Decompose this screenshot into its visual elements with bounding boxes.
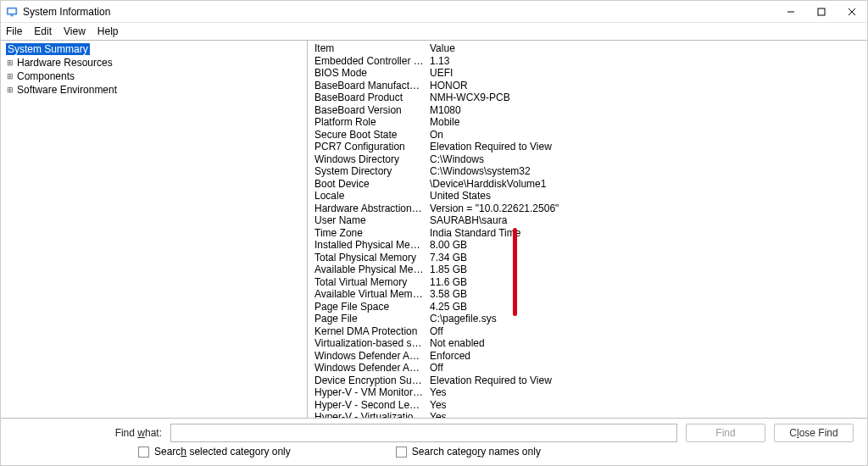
data-row[interactable]: Device Encryption SupportElevation Requi… [314, 374, 857, 387]
data-row[interactable]: Embedded Controller Version1.13 [314, 55, 857, 68]
find-input[interactable] [170, 424, 677, 442]
tree-label: Software Environment [17, 84, 117, 96]
menu-help[interactable]: Help [97, 25, 119, 37]
data-value: NMH-WCX9-PCB [430, 92, 857, 104]
menu-view[interactable]: View [64, 25, 86, 37]
expander-icon[interactable]: ⊞ [6, 59, 14, 67]
data-item: Time Zone [314, 227, 430, 240]
tree-item-components[interactable]: ⊞ Components [1, 69, 307, 83]
data-row[interactable]: Windows Defender Application ...Enforced [314, 350, 857, 363]
data-row[interactable]: BaseBoard VersionM1080 [314, 104, 857, 117]
data-row[interactable]: Hardware Abstraction LayerVersion = "10.… [314, 202, 857, 215]
data-row[interactable]: Boot Device\Device\HarddiskVolume1 [314, 178, 857, 191]
data-value: 8.00 GB [430, 239, 857, 252]
data-item: PCR7 Configuration [314, 141, 430, 153]
data-row[interactable]: User NameSAURABH\saura [314, 214, 857, 227]
data-row[interactable]: BIOS ModeUEFI [314, 67, 857, 80]
tree-label: Hardware Resources [17, 57, 113, 69]
annotation-highlight [513, 228, 517, 316]
data-item: Secure Boot State [314, 129, 430, 141]
data-item: Available Virtual Memory [314, 288, 430, 301]
tree-item-hardware-resources[interactable]: ⊞ Hardware Resources [1, 56, 307, 69]
search-selected-category-checkbox[interactable]: Search selected category only [138, 446, 291, 458]
data-item: BaseBoard Manufacturer [314, 80, 430, 92]
data-value: Yes [430, 386, 857, 399]
data-item: Locale [314, 190, 430, 202]
tree-item-system-summary[interactable]: System Summary [1, 42, 307, 56]
column-item[interactable]: Item [314, 42, 430, 55]
data-row[interactable]: LocaleUnited States [314, 190, 857, 202]
data-value: Off [430, 325, 857, 338]
data-item: Page File Space [314, 301, 430, 313]
data-row[interactable]: Platform RoleMobile [314, 116, 857, 129]
data-row[interactable]: Page FileC:\pagefile.sys [314, 313, 857, 325]
data-value: Off [430, 362, 857, 374]
maximize-button[interactable] [806, 1, 837, 22]
data-row[interactable]: BaseBoard ProductNMH-WCX9-PCB [314, 92, 857, 104]
svg-rect-2 [10, 14, 14, 16]
data-item: Total Physical Memory [314, 252, 430, 264]
close-button[interactable] [837, 1, 867, 22]
data-item: Embedded Controller Version [314, 55, 430, 68]
data-row[interactable]: Installed Physical Memory (RAM)8.00 GB [314, 239, 857, 252]
data-row[interactable]: Page File Space4.25 GB [314, 301, 857, 313]
data-row[interactable]: Time ZoneIndia Standard Time [314, 227, 857, 240]
data-row[interactable]: Hyper-V - VM Monitor Mode Ex...Yes [314, 386, 857, 399]
data-row[interactable]: Windows DirectoryC:\Windows [314, 153, 857, 166]
data-value: Not enabled [430, 337, 857, 350]
data-row[interactable]: Virtualization-based securityNot enabled [314, 337, 857, 350]
data-value: 1.85 GB [430, 264, 857, 276]
data-value: C:\pagefile.sys [430, 313, 857, 325]
data-item: System Directory [314, 165, 430, 178]
data-row[interactable]: Available Physical Memory1.85 GB [314, 264, 857, 276]
data-value: UEFI [430, 67, 857, 80]
svg-rect-4 [818, 8, 825, 15]
checkbox-icon[interactable] [138, 447, 149, 458]
window-title: System Information [23, 6, 776, 18]
data-row[interactable]: Total Physical Memory7.34 GB [314, 252, 857, 264]
data-row[interactable]: PCR7 ConfigurationElevation Required to … [314, 141, 857, 153]
tree-item-software-environment[interactable]: ⊞ Software Environment [1, 83, 307, 97]
expander-icon[interactable]: ⊞ [6, 86, 14, 94]
data-value: 7.34 GB [430, 252, 857, 264]
data-item: Page File [314, 313, 430, 325]
data-row[interactable]: Total Virtual Memory11.6 GB [314, 276, 857, 289]
column-value[interactable]: Value [430, 42, 857, 55]
data-row[interactable]: BaseBoard ManufacturerHONOR [314, 80, 857, 92]
menu-file[interactable]: File [6, 25, 22, 37]
data-row[interactable]: Windows Defender Application ...Off [314, 362, 857, 374]
data-value: 1.13 [430, 55, 857, 68]
data-item: Windows Defender Application ... [314, 362, 430, 374]
data-row[interactable]: Kernel DMA ProtectionOff [314, 325, 857, 338]
data-item: Device Encryption Support [314, 374, 430, 387]
data-item: Kernel DMA Protection [314, 325, 430, 338]
minimize-button[interactable] [776, 1, 806, 22]
details-pane[interactable]: Item Value Embedded Controller Version1.… [308, 41, 867, 418]
tree-label: System Summary [6, 43, 90, 55]
data-value: Enforced [430, 350, 857, 363]
find-button[interactable]: Find [686, 424, 765, 442]
data-value: United States [430, 190, 857, 202]
data-row[interactable]: Secure Boot StateOn [314, 129, 857, 141]
close-find-button[interactable]: Close Find [774, 424, 854, 442]
data-item: BIOS Mode [314, 67, 430, 80]
data-value: Yes [430, 399, 857, 412]
search-category-names-checkbox[interactable]: Search category names only [396, 446, 541, 458]
expander-icon[interactable]: ⊞ [6, 73, 14, 80]
data-row[interactable]: Hyper-V - Virtualization Enabled...Yes [314, 411, 857, 418]
data-item: BaseBoard Product [314, 92, 430, 104]
menu-edit[interactable]: Edit [34, 25, 52, 37]
column-headers[interactable]: Item Value [314, 42, 857, 55]
system-information-window: System Information File Edit View Help S… [0, 0, 868, 466]
data-value: SAURABH\saura [430, 214, 857, 227]
data-row[interactable]: Available Virtual Memory3.58 GB [314, 288, 857, 301]
tree-label: Components [17, 70, 75, 82]
category-tree[interactable]: System Summary ⊞ Hardware Resources ⊞ Co… [1, 41, 308, 418]
data-row[interactable]: Hyper-V - Second Level Address...Yes [314, 399, 857, 412]
data-item: Windows Directory [314, 153, 430, 166]
data-row[interactable]: System DirectoryC:\Windows\system32 [314, 165, 857, 178]
data-value: Yes [430, 411, 857, 418]
data-value: M1080 [430, 104, 857, 117]
data-value: \Device\HarddiskVolume1 [430, 178, 857, 191]
checkbox-icon[interactable] [396, 447, 407, 458]
